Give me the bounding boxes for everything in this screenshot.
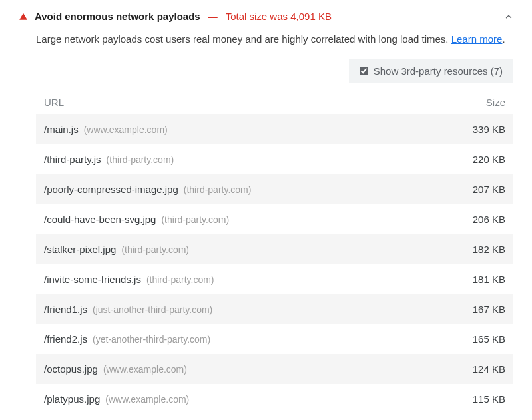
table-row: /friend2.js(yet-another-third-party.com)… — [36, 324, 513, 354]
third-party-row: Show 3rd-party resources (7) — [36, 59, 513, 83]
url-cell: /third-party.js(third-party.com) — [44, 154, 174, 165]
url-path: /platypus.jpg — [44, 393, 100, 405]
url-cell: /platypus.jpg(www.example.com) — [44, 393, 189, 405]
table-row: /poorly-compressed-image.jpg(third-party… — [36, 174, 513, 204]
size-cell: 220 KB — [473, 154, 505, 165]
size-cell: 115 KB — [473, 393, 505, 405]
size-cell: 182 KB — [473, 244, 505, 255]
url-cell: /invite-some-friends.js(third-party.com) — [44, 274, 214, 285]
audit-description: Large network payloads cost users real m… — [36, 31, 513, 47]
url-cell: /main.js(www.example.com) — [44, 124, 168, 135]
url-path: /stalker-pixel.jpg — [44, 244, 116, 255]
table-row: /invite-some-friends.js(third-party.com)… — [36, 264, 513, 294]
size-cell: 339 KB — [473, 124, 505, 135]
table-body: /main.js(www.example.com)339 KB/third-pa… — [36, 114, 513, 414]
size-column-header: Size — [486, 97, 505, 108]
audit-description-suffix: . — [502, 33, 505, 45]
url-path: /third-party.js — [44, 154, 101, 165]
table-row: /octopus.jpg(www.example.com)124 KB — [36, 354, 513, 384]
audit-header: Avoid enormous network payloads — Total … — [19, 11, 513, 22]
size-cell: 207 KB — [473, 184, 505, 195]
audit-title: Avoid enormous network payloads — [35, 11, 200, 22]
url-path: /main.js — [44, 124, 79, 135]
size-cell: 165 KB — [473, 333, 505, 345]
table-row: /main.js(www.example.com)339 KB — [36, 114, 513, 144]
table-row: /could-have-been-svg.jpg(third-party.com… — [36, 204, 513, 234]
size-cell: 167 KB — [473, 304, 505, 315]
size-cell: 181 KB — [473, 274, 505, 285]
url-cell: /friend1.js(just-another-third-party.com… — [44, 304, 212, 315]
url-cell: /octopus.jpg(www.example.com) — [44, 363, 187, 375]
url-origin: (third-party.com) — [121, 244, 189, 255]
url-path: /friend1.js — [44, 304, 87, 315]
url-origin: (www.example.com) — [103, 364, 187, 375]
size-cell: 124 KB — [473, 363, 505, 375]
table-row: /platypus.jpg(www.example.com)115 KB — [36, 384, 513, 414]
table-header: URL Size — [36, 93, 513, 114]
audit-dash: — — [208, 11, 218, 22]
url-path: /invite-some-friends.js — [44, 274, 141, 285]
collapse-chevron-icon[interactable] — [504, 12, 513, 21]
table-row: /friend1.js(just-another-third-party.com… — [36, 294, 513, 324]
url-path: /poorly-compressed-image.jpg — [44, 184, 178, 195]
url-origin: (third-party.com) — [107, 154, 174, 165]
url-origin: (www.example.com) — [84, 124, 168, 135]
audit-summary: Total size was 4,091 KB — [226, 11, 332, 22]
warning-triangle-icon — [19, 12, 28, 21]
url-path: /octopus.jpg — [44, 363, 98, 375]
size-cell: 206 KB — [473, 214, 505, 225]
table-row: /stalker-pixel.jpg(third-party.com)182 K… — [36, 234, 513, 264]
url-path: /could-have-been-svg.jpg — [44, 214, 156, 225]
audit-description-text: Large network payloads cost users real m… — [36, 33, 451, 45]
resource-table: URL Size /main.js(www.example.com)339 KB… — [36, 93, 513, 414]
table-row: /third-party.js(third-party.com)220 KB — [36, 144, 513, 174]
url-cell: /friend2.js(yet-another-third-party.com) — [44, 333, 210, 345]
url-cell: /poorly-compressed-image.jpg(third-party… — [44, 184, 251, 195]
url-origin: (third-party.com) — [184, 184, 252, 195]
third-party-label: Show 3rd-party resources (7) — [374, 65, 503, 77]
url-column-header: URL — [44, 97, 64, 108]
audit-panel: Avoid enormous network payloads — Total … — [0, 0, 532, 420]
url-origin: (www.example.com) — [105, 394, 189, 405]
url-cell: /stalker-pixel.jpg(third-party.com) — [44, 244, 189, 255]
url-path: /friend2.js — [44, 333, 87, 345]
url-origin: (third-party.com) — [161, 214, 229, 225]
url-origin: (third-party.com) — [146, 274, 214, 285]
url-origin: (just-another-third-party.com) — [93, 304, 212, 315]
url-origin: (yet-another-third-party.com) — [93, 334, 210, 345]
third-party-toggle[interactable]: Show 3rd-party resources (7) — [349, 59, 513, 83]
third-party-checkbox[interactable] — [360, 67, 368, 75]
url-cell: /could-have-been-svg.jpg(third-party.com… — [44, 214, 229, 225]
learn-more-link[interactable]: Learn more — [451, 33, 503, 45]
